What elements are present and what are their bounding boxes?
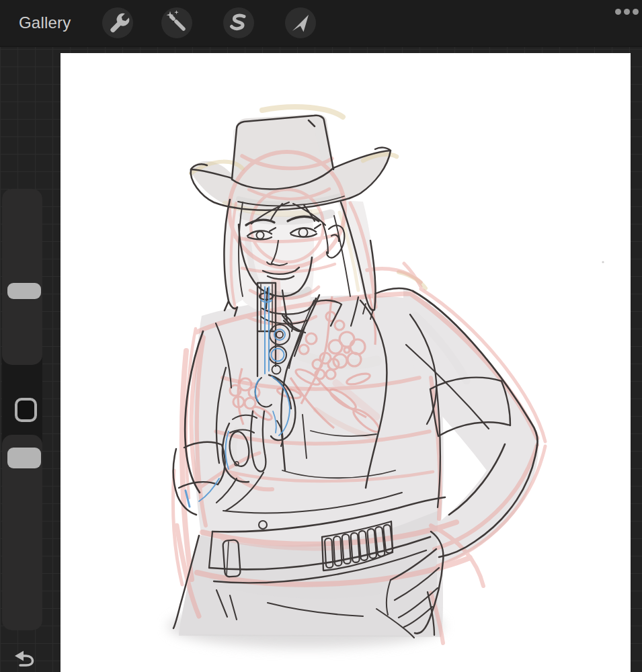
multitask-menu-button[interactable] — [615, 9, 639, 15]
opacity-handle[interactable] — [7, 448, 41, 468]
canvas[interactable] — [61, 53, 631, 672]
brush-size-handle[interactable] — [7, 283, 41, 299]
modify-button[interactable] — [15, 398, 37, 422]
opacity-slider[interactable] — [2, 435, 42, 630]
selection-s-icon — [223, 7, 254, 38]
ellipsis-icon — [624, 9, 630, 15]
gallery-button[interactable]: Gallery — [19, 0, 71, 46]
undo-button[interactable] — [9, 643, 34, 669]
magic-wand-icon — [161, 7, 192, 38]
gallery-label: Gallery — [19, 13, 71, 32]
transform-arrow-icon — [285, 7, 316, 38]
transform-button[interactable] — [285, 7, 316, 38]
ellipsis-icon — [615, 9, 621, 15]
sidebar — [2, 189, 42, 630]
artwork-sketch — [61, 53, 631, 672]
brush-size-slider[interactable] — [2, 189, 42, 365]
adjustments-button[interactable] — [161, 7, 192, 38]
undo-arrow-icon — [9, 643, 34, 669]
actions-button[interactable] — [102, 7, 133, 38]
selection-button[interactable] — [223, 7, 254, 38]
ellipsis-icon — [633, 9, 639, 15]
wrench-icon — [102, 7, 133, 38]
top-toolbar: Gallery — [0, 0, 642, 47]
procreate-workspace: { "window": {"width": 955, "height": 100… — [0, 0, 642, 672]
